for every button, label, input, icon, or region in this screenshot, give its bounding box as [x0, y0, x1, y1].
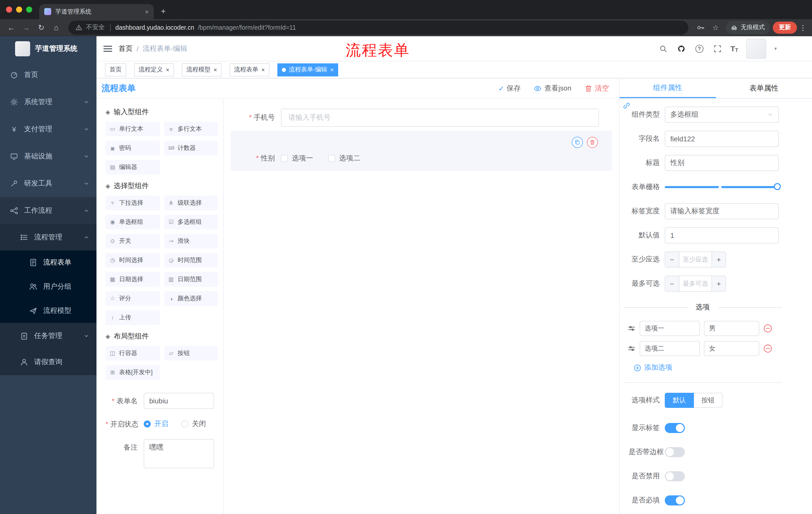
github-icon[interactable]	[676, 44, 686, 54]
border-switch[interactable]	[665, 447, 685, 457]
disabled-switch[interactable]	[665, 471, 685, 481]
chip-upload[interactable]: ↑上传	[106, 310, 160, 325]
zoom-window-button[interactable]	[26, 6, 32, 12]
chip-switch[interactable]: ⊙开关	[106, 234, 160, 248]
back-icon[interactable]: ←	[4, 21, 18, 34]
browser-tab[interactable]: 芋道管理系统 ×	[39, 4, 154, 19]
status-radio-off[interactable]: 关闭	[181, 420, 206, 429]
show-label-switch[interactable]	[665, 423, 685, 433]
font-size-icon[interactable]: TT	[730, 44, 738, 53]
chip-color-picker[interactable]: ◑颜色选择	[164, 291, 218, 306]
checkbox-option-2[interactable]: 选项二	[328, 154, 360, 163]
sidebar-item-process-form[interactable]: 流程表单	[0, 250, 96, 275]
close-window-button[interactable]	[6, 6, 12, 12]
chip-single-line-text[interactable]: ▭单行文本	[106, 122, 160, 136]
component-type-select[interactable]: 多选框组	[665, 107, 779, 123]
app-logo[interactable]: 芋道管理系统	[0, 36, 96, 61]
chip-time-picker[interactable]: ◷时间选择	[106, 253, 160, 268]
chip-date-picker[interactable]: ▦日期选择	[106, 272, 160, 287]
tag-process-definition[interactable]: 流程定义 ×	[134, 63, 174, 76]
slider-track[interactable]	[665, 186, 779, 188]
option-label-input[interactable]: 选项二	[640, 341, 700, 356]
checkbox-icon[interactable]	[281, 155, 288, 162]
add-option-button[interactable]: 添加选项	[634, 363, 812, 372]
status-radio-on[interactable]: 开启	[144, 420, 168, 429]
update-button[interactable]: 更新	[773, 21, 797, 33]
chip-rate[interactable]: ☆评分	[106, 291, 160, 306]
decrease-icon[interactable]: −	[665, 276, 679, 291]
tag-process-model[interactable]: 流程模型 ×	[182, 63, 222, 76]
tag-process-form-edit[interactable]: 流程表单-编辑 ×	[278, 63, 338, 76]
chip-multi-line-text[interactable]: ≡多行文本	[164, 122, 218, 136]
sidebar-item-dev-tools[interactable]: 研发工具	[0, 170, 96, 197]
tag-close-icon[interactable]: ×	[213, 66, 217, 73]
chip-slider[interactable]: ⊸滑块	[164, 234, 218, 248]
label-width-input[interactable]: 请输入标签宽度	[665, 203, 779, 219]
fullscreen-icon[interactable]	[712, 44, 722, 54]
max-select-input[interactable]: 最多可选	[679, 276, 712, 291]
tab-component-props[interactable]: 组件属性	[619, 78, 716, 98]
avatar-caret-icon[interactable]: ▾	[774, 46, 777, 51]
forward-icon[interactable]: →	[19, 21, 33, 34]
field-phone[interactable]: 手机号 请输入手机号	[231, 109, 612, 127]
chip-radio-group[interactable]: ◉单选框组	[106, 215, 160, 229]
tag-close-icon[interactable]: ×	[261, 66, 265, 73]
link-icon[interactable]	[622, 102, 631, 110]
sidebar-item-task-management[interactable]: 任务管理	[0, 323, 96, 349]
remove-option-icon[interactable]	[763, 344, 772, 353]
help-icon[interactable]: ?	[694, 44, 704, 54]
sidebar-item-system-management[interactable]: 系统管理	[0, 88, 96, 116]
option-value-input[interactable]: 男	[704, 321, 759, 336]
tag-home[interactable]: 首页	[105, 63, 126, 76]
sidebar-item-payment-management[interactable]: ¥ 支付管理	[0, 116, 96, 143]
sidebar-item-infrastructure[interactable]: 基础设施	[0, 143, 96, 170]
chip-counter[interactable]: 123计数器	[164, 141, 218, 155]
tag-close-icon[interactable]: ×	[330, 66, 334, 73]
browser-menu-icon[interactable]: ⋮	[798, 23, 808, 31]
tab-form-props[interactable]: 表单属性	[716, 78, 812, 98]
chip-cascader[interactable]: ⋔级联选择	[164, 196, 218, 210]
chip-select[interactable]: ▿下拉选择	[106, 196, 160, 210]
sidebar-item-process-model[interactable]: 流程模型	[0, 299, 96, 323]
selected-field-gender[interactable]: 性别 选项一 选项二	[231, 131, 612, 171]
checkbox-option-1[interactable]: 选项一	[281, 154, 313, 163]
increase-icon[interactable]: +	[712, 252, 726, 267]
view-json-button[interactable]: 查看json	[534, 84, 571, 93]
drag-handle-icon[interactable]	[628, 324, 636, 332]
delete-field-button[interactable]	[587, 137, 598, 148]
design-canvas[interactable]: 手机号 请输入手机号 性别 选项一 选项二	[224, 99, 619, 514]
chip-editor[interactable]: ▤编辑器	[106, 160, 160, 174]
security-label[interactable]: 不安全	[86, 23, 105, 32]
sidebar-item-workflow[interactable]: 工作流程	[0, 197, 96, 224]
reload-icon[interactable]: ↻	[34, 21, 48, 34]
chip-checkbox-group[interactable]: ☑多选框组	[164, 215, 218, 229]
checkbox-icon[interactable]	[328, 155, 335, 162]
form-name-input[interactable]: biubiu	[144, 393, 214, 409]
chip-row-container[interactable]: ◫行容器	[106, 346, 160, 360]
address-bar[interactable]: 不安全 dashboard.yudao.iocoder.cn/bpm/manag…	[68, 20, 688, 34]
new-tab-button[interactable]: +	[157, 4, 170, 19]
field-name-input[interactable]: field122	[665, 131, 779, 147]
drag-handle-icon[interactable]	[628, 345, 636, 353]
chip-time-range[interactable]: ◶时间范围	[164, 253, 218, 268]
chip-button[interactable]: ▱按钮	[164, 346, 218, 360]
min-select-input[interactable]: 至少应选	[679, 252, 712, 267]
option-label-input[interactable]: 选项一	[640, 321, 700, 336]
decrease-icon[interactable]: −	[665, 252, 679, 267]
remark-textarea[interactable]: 嘿嘿	[144, 439, 214, 468]
save-button[interactable]: ✓ 保存	[498, 84, 521, 93]
breadcrumb-home[interactable]: 首页	[119, 44, 133, 53]
tag-close-icon[interactable]: ×	[166, 66, 169, 73]
home-icon[interactable]: ⌂	[49, 21, 63, 34]
chip-date-range[interactable]: ▥日期范围	[164, 272, 218, 287]
chip-table[interactable]: ⊞表格[开发中]	[106, 365, 160, 380]
option-value-input[interactable]: 女	[704, 341, 759, 356]
increase-icon[interactable]: +	[712, 276, 726, 291]
phone-input[interactable]: 请输入手机号	[281, 109, 599, 127]
required-switch[interactable]	[665, 495, 685, 506]
search-icon[interactable]	[658, 44, 668, 54]
remove-option-icon[interactable]	[763, 324, 772, 333]
minimize-window-button[interactable]	[16, 6, 22, 12]
style-button-button[interactable]: 按钮	[694, 393, 723, 408]
sidebar-item-home[interactable]: 首页	[0, 61, 96, 88]
